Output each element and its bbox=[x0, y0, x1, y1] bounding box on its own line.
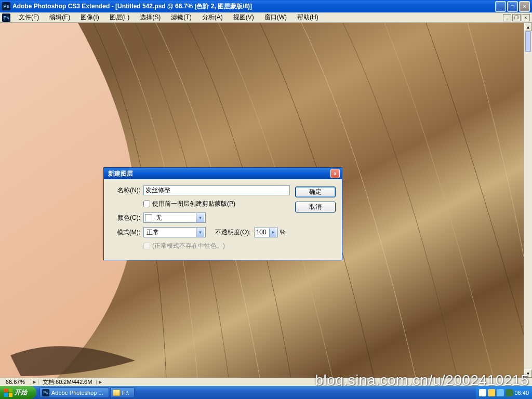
opacity-stepper-icon[interactable]: ▶ bbox=[269, 228, 276, 237]
color-value: 无 bbox=[154, 214, 196, 222]
folder-icon bbox=[113, 390, 120, 396]
color-label: 颜色(C): bbox=[110, 214, 140, 222]
menu-image[interactable]: 图像(I) bbox=[75, 12, 104, 23]
tray-icon[interactable] bbox=[506, 389, 513, 396]
zoom-level[interactable]: 66.67% bbox=[0, 379, 31, 385]
start-label: 开始 bbox=[15, 388, 27, 397]
scroll-up-button[interactable]: ▲ bbox=[524, 23, 532, 31]
minimize-button[interactable]: _ bbox=[495, 1, 506, 12]
chevron-down-icon: ▼ bbox=[196, 228, 204, 237]
opacity-unit: % bbox=[280, 229, 286, 236]
mdi-controls: _ ❐ × bbox=[502, 14, 530, 21]
clip-previous-checkbox[interactable] bbox=[143, 201, 150, 207]
mdi-restore-button[interactable]: ❐ bbox=[512, 14, 521, 21]
cancel-button[interactable]: 取消 bbox=[295, 202, 336, 212]
system-tray[interactable]: 06:40 bbox=[476, 386, 532, 399]
dialog-title: 新建图层 bbox=[106, 169, 330, 178]
window-controls: _ □ × bbox=[495, 1, 530, 12]
menu-filter[interactable]: 滤镜(T) bbox=[166, 12, 196, 23]
menu-help[interactable]: 帮助(H) bbox=[292, 12, 324, 23]
tray-icon[interactable] bbox=[479, 389, 486, 396]
dialog-close-button[interactable]: × bbox=[330, 169, 340, 178]
photoshop-icon: Ps bbox=[42, 389, 49, 396]
taskbar-item-photoshop[interactable]: Ps Adobe Photoshop ... bbox=[39, 387, 109, 398]
windows-logo-icon bbox=[4, 389, 12, 397]
neutral-fill-checkbox bbox=[143, 243, 150, 249]
neutral-fill-note: (正常模式不存在中性色。) bbox=[152, 242, 225, 250]
mdi-close-button[interactable]: × bbox=[522, 14, 530, 21]
tray-clock: 06:40 bbox=[514, 390, 529, 396]
mode-label: 模式(M): bbox=[110, 228, 140, 237]
opacity-input[interactable]: ▶ bbox=[254, 228, 278, 237]
close-button[interactable]: × bbox=[519, 1, 530, 12]
canvas-menu-icon[interactable]: ▶ bbox=[31, 379, 38, 384]
scroll-thumb[interactable] bbox=[525, 31, 531, 52]
document-icon: Ps bbox=[2, 14, 10, 22]
layer-name-input[interactable] bbox=[143, 185, 290, 195]
menu-view[interactable]: 视图(V) bbox=[228, 12, 259, 23]
scroll-down-button[interactable]: ▼ bbox=[524, 369, 532, 378]
maximize-button[interactable]: □ bbox=[507, 1, 518, 12]
ok-button[interactable]: 确定 bbox=[295, 187, 336, 197]
document-info: 文档:60.2M/442.6M bbox=[38, 378, 96, 386]
mdi-minimize-button[interactable]: _ bbox=[503, 14, 511, 21]
window-titlebar: Ps Adobe Photoshop CS3 Extended - [Untit… bbox=[0, 0, 532, 12]
dialog-titlebar[interactable]: 新建图层 × bbox=[104, 168, 342, 179]
tray-icon[interactable] bbox=[497, 389, 504, 396]
menubar: Ps 文件(F) 编辑(E) 图像(I) 图层(L) 选择(S) 滤镜(T) 分… bbox=[0, 12, 532, 23]
tray-icon[interactable] bbox=[488, 389, 495, 396]
taskbar-item-label: F:\ bbox=[122, 390, 129, 396]
vertical-scrollbar[interactable]: ▲ ▼ bbox=[524, 23, 532, 378]
taskbar-item-explorer[interactable]: F:\ bbox=[110, 387, 135, 398]
app-icon: Ps bbox=[2, 2, 10, 10]
opacity-field[interactable] bbox=[255, 229, 269, 236]
taskbar-item-label: Adobe Photoshop ... bbox=[51, 390, 103, 396]
clip-previous-label: 使用前一图层创建剪贴蒙版(P) bbox=[152, 200, 235, 208]
opacity-label: 不透明度(O): bbox=[215, 228, 251, 237]
name-label: 名称(N): bbox=[110, 186, 140, 195]
menu-layer[interactable]: 图层(L) bbox=[104, 12, 135, 23]
menu-window[interactable]: 窗口(W) bbox=[259, 12, 292, 23]
window-title: Adobe Photoshop CS3 Extended - [Untitled… bbox=[12, 2, 495, 11]
chevron-down-icon: ▼ bbox=[196, 213, 204, 222]
blend-mode-select[interactable]: 正常 ▼ bbox=[143, 227, 206, 237]
start-button[interactable]: 开始 bbox=[0, 386, 36, 399]
taskbar-buttons: Ps Adobe Photoshop ... F:\ bbox=[39, 387, 476, 398]
new-layer-dialog: 新建图层 × 名称(N): 使用前一图层创建剪贴蒙版(P) 颜色(C): 无 ▼ bbox=[103, 167, 342, 260]
taskbar: 开始 Ps Adobe Photoshop ... F:\ 06:40 bbox=[0, 386, 532, 399]
status-menu-icon[interactable]: ▶ bbox=[96, 380, 104, 384]
scroll-corner bbox=[524, 378, 532, 386]
color-swatch-icon bbox=[145, 214, 152, 221]
menu-select[interactable]: 选择(S) bbox=[135, 12, 166, 23]
menu-file[interactable]: 文件(F) bbox=[14, 12, 44, 23]
menu-analysis[interactable]: 分析(A) bbox=[197, 12, 228, 23]
mode-value: 正常 bbox=[145, 228, 196, 237]
color-select[interactable]: 无 ▼ bbox=[143, 212, 206, 223]
status-bar: 66.67% ▶ 文档:60.2M/442.6M ▶ bbox=[0, 378, 104, 386]
horizontal-scrollbar[interactable]: 66.67% ▶ 文档:60.2M/442.6M ▶ bbox=[0, 378, 524, 386]
menu-edit[interactable]: 编辑(E) bbox=[44, 12, 75, 23]
